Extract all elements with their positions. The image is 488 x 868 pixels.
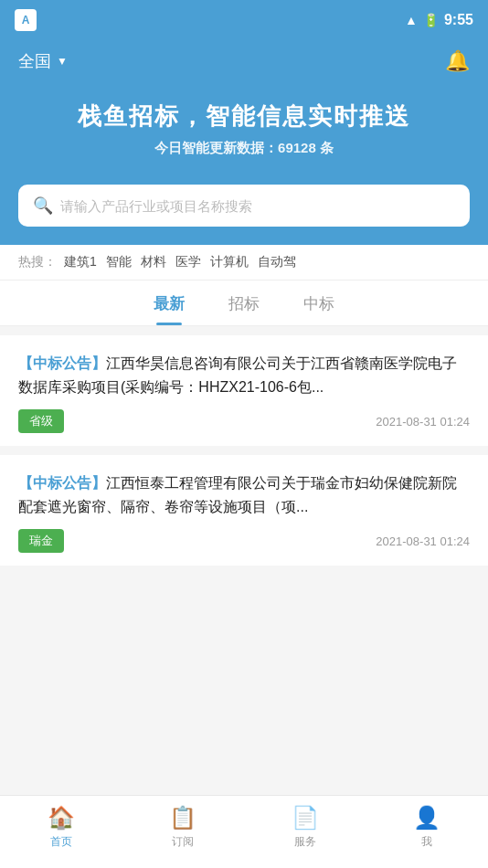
- tab-winning[interactable]: 中标: [303, 293, 334, 325]
- status-time: 9:55: [444, 12, 473, 28]
- search-box[interactable]: 🔍: [18, 185, 470, 227]
- news-time-2: 2021-08-31 01:24: [376, 535, 470, 548]
- nav-label-subscribe: 订阅: [172, 834, 194, 850]
- signal-icon: ▲: [405, 13, 418, 27]
- hot-tag-3[interactable]: 材料: [141, 254, 166, 270]
- hero-title: 栈鱼招标，智能信息实时推送: [18, 101, 470, 132]
- hot-tag-4[interactable]: 医学: [175, 254, 201, 270]
- search-icon: 🔍: [33, 196, 53, 216]
- service-icon: 📄: [292, 805, 319, 831]
- hot-tag-2[interactable]: 智能: [106, 254, 132, 270]
- hero-section: 栈鱼招标，智能信息实时推送 今日智能更新数据：69128 条: [0, 91, 488, 185]
- hot-tag-1[interactable]: 建筑1: [64, 254, 97, 270]
- news-title-1: 【中标公告】江西华昊信息咨询有限公司关于江西省赣南医学院电子数据库采购项目(采购…: [18, 352, 470, 398]
- nav-item-service[interactable]: 📄 服务: [244, 805, 366, 850]
- news-tag-1: 【中标公告】: [18, 355, 106, 371]
- hero-subtitle-suffix: 条: [316, 140, 334, 155]
- nav-item-subscribe[interactable]: 📋 订阅: [122, 805, 245, 850]
- news-footer-2: 瑞金 2021-08-31 01:24: [18, 529, 470, 553]
- news-card-2[interactable]: 【中标公告】江西恒泰工程管理有限公司关于瑞金市妇幼保健院新院配套遮光窗帘、隔帘、…: [0, 455, 488, 566]
- hero-subtitle-prefix: 今日智能更新数据：: [154, 140, 278, 155]
- hot-search-tags: 建筑1 智能 材料 医学 计算机 自动驾: [64, 254, 296, 270]
- status-bar-left: A: [15, 9, 37, 31]
- hot-tag-5[interactable]: 计算机: [210, 254, 249, 270]
- nav-item-profile[interactable]: 👤 我: [366, 805, 489, 850]
- hero-count: 69128: [278, 140, 316, 155]
- nav-label-home: 首页: [50, 834, 72, 850]
- region-label: 全国: [18, 50, 51, 72]
- subscribe-icon: 📋: [169, 805, 196, 831]
- news-badge-1: 省级: [18, 409, 64, 433]
- news-badge-2: 瑞金: [18, 529, 64, 553]
- home-icon: 🏠: [48, 805, 75, 831]
- hot-tag-6[interactable]: 自动驾: [258, 254, 296, 270]
- news-tag-2: 【中标公告】: [18, 475, 106, 491]
- news-time-1: 2021-08-31 01:24: [376, 415, 470, 429]
- search-wrapper: 🔍: [0, 185, 488, 245]
- search-input[interactable]: [60, 198, 455, 214]
- hero-subtitle: 今日智能更新数据：69128 条: [18, 140, 470, 157]
- hot-search-bar: 热搜： 建筑1 智能 材料 医学 计算机 自动驾: [0, 245, 488, 281]
- tab-bidding[interactable]: 招标: [228, 293, 260, 325]
- region-selector[interactable]: 全国 ▼: [18, 50, 68, 72]
- chevron-down-icon: ▼: [57, 55, 68, 68]
- news-card-1[interactable]: 【中标公告】江西华昊信息咨询有限公司关于江西省赣南医学院电子数据库采购项目(采购…: [0, 335, 488, 446]
- news-list: 【中标公告】江西华昊信息咨询有限公司关于江西省赣南医学院电子数据库采购项目(采购…: [0, 326, 488, 584]
- page-content: 【中标公告】江西华昊信息咨询有限公司关于江西省赣南医学院电子数据库采购项目(采购…: [0, 326, 488, 657]
- bottom-nav: 🏠 首页 📋 订阅 📄 服务 👤 我: [0, 795, 488, 868]
- header: 全国 ▼ 🔔: [0, 40, 488, 91]
- nav-label-profile: 我: [421, 834, 432, 850]
- hot-search-label: 热搜：: [18, 254, 57, 270]
- profile-icon: 👤: [413, 805, 440, 831]
- tabs-bar: 最新 招标 中标: [0, 281, 488, 326]
- app-icon: A: [15, 9, 37, 31]
- status-bar-right: ▲ 🔋 9:55: [405, 12, 473, 28]
- battery-icon: 🔋: [423, 13, 439, 27]
- nav-label-service: 服务: [294, 834, 316, 850]
- news-footer-1: 省级 2021-08-31 01:24: [18, 409, 470, 433]
- news-title-2: 【中标公告】江西恒泰工程管理有限公司关于瑞金市妇幼保健院新院配套遮光窗帘、隔帘、…: [18, 471, 470, 518]
- status-bar: A ▲ 🔋 9:55: [0, 0, 488, 40]
- nav-item-home[interactable]: 🏠 首页: [0, 805, 122, 850]
- tab-latest[interactable]: 最新: [154, 293, 185, 325]
- bell-icon[interactable]: 🔔: [445, 49, 470, 73]
